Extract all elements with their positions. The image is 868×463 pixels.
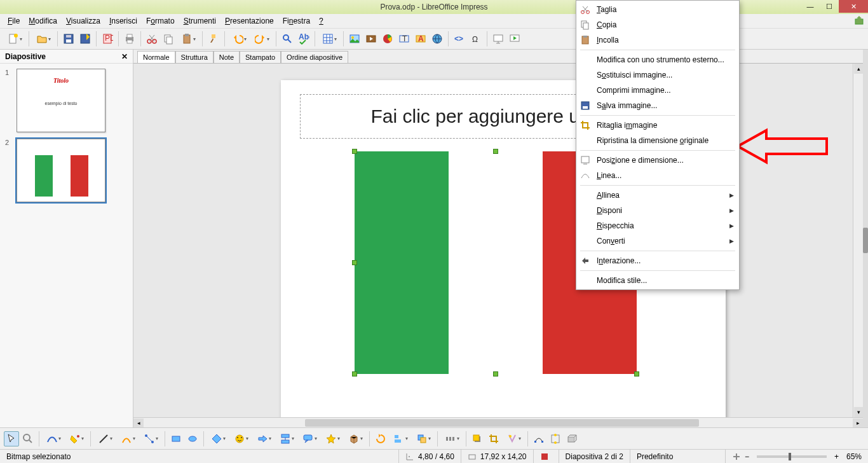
symbol-shapes-icon[interactable]: ▾ <box>230 431 252 446</box>
ctx-original-size[interactable]: Ripristina la dimensione originale <box>576 133 739 148</box>
distribute-icon[interactable]: ▾ <box>441 431 463 446</box>
flowchart-icon[interactable]: ▾ <box>276 431 297 446</box>
minimize-button[interactable]: — <box>801 0 820 13</box>
copy-icon[interactable] <box>161 31 176 46</box>
chart-icon[interactable] <box>380 31 395 46</box>
menu-inserisci[interactable]: Inserisci <box>105 15 141 27</box>
rotate-icon[interactable] <box>373 431 388 446</box>
slideshow-start-icon[interactable] <box>507 31 522 46</box>
export-pdf-icon[interactable]: PDF <box>100 31 115 46</box>
right-splitter[interactable] <box>863 50 868 427</box>
resize-handle[interactable] <box>493 149 498 154</box>
cut-icon[interactable] <box>144 31 159 46</box>
print-icon[interactable] <box>122 31 137 46</box>
close-panel-icon[interactable]: ✕ <box>121 52 128 61</box>
slideshow-icon[interactable] <box>491 31 506 46</box>
undo-icon[interactable]: ▾ <box>228 31 250 46</box>
basic-shapes-icon[interactable]: ▾ <box>207 431 229 446</box>
tab-stampato[interactable]: Stampato <box>240 51 281 63</box>
callouts-icon[interactable]: ▾ <box>299 431 320 446</box>
tab-ordine[interactable]: Ordine diapositive <box>281 51 348 63</box>
maximize-button[interactable]: ☐ <box>820 0 839 13</box>
menu-strumenti[interactable]: Strumenti <box>180 15 220 27</box>
resize-handle[interactable] <box>493 371 498 377</box>
shadow-icon[interactable] <box>470 431 485 446</box>
points-icon[interactable] <box>531 431 546 446</box>
pointer-icon[interactable] <box>4 431 19 446</box>
textbox-icon[interactable]: T <box>397 31 412 46</box>
save-as-icon[interactable] <box>78 31 93 46</box>
spellcheck-icon[interactable]: Abc <box>296 31 311 46</box>
save-icon[interactable] <box>61 31 76 46</box>
arrange-icon[interactable]: ▾ <box>412 431 434 446</box>
resize-handle[interactable] <box>634 371 639 377</box>
line-color-icon[interactable]: ▾ <box>43 431 64 446</box>
line-tool-icon[interactable]: ▾ <box>94 431 116 446</box>
connector-icon[interactable]: ▾ <box>140 431 161 446</box>
menu-file[interactable]: File <box>4 15 24 27</box>
ctx-copy[interactable]: Copia <box>576 17 739 32</box>
zoom-slider[interactable] <box>757 455 827 458</box>
table-icon[interactable]: ▾ <box>318 31 340 46</box>
ctx-edit-style[interactable]: Modifica stile... <box>576 273 739 288</box>
ctx-mirror[interactable]: Rispecchia▶ <box>576 218 739 233</box>
glue-points-icon[interactable] <box>548 431 563 446</box>
tab-note[interactable]: Note <box>214 51 240 63</box>
ctx-edit-external[interactable]: Modifica con uno strumento esterno... <box>576 52 739 67</box>
hyperlink-icon[interactable] <box>430 31 445 46</box>
stars-icon[interactable]: ▾ <box>322 431 343 446</box>
crop-tool-icon[interactable] <box>486 431 501 446</box>
special-char-icon[interactable]: Ω <box>468 31 484 46</box>
zoom-icon[interactable] <box>20 431 36 446</box>
ctx-replace-image[interactable]: Sostituisci immagine... <box>576 67 739 83</box>
extrusion-icon[interactable] <box>564 431 580 446</box>
resize-handle[interactable] <box>352 371 357 377</box>
ctx-line[interactable]: Linea... <box>576 168 739 183</box>
block-arrows-icon[interactable]: ▾ <box>253 431 275 446</box>
vertical-scrollbar[interactable]: ▴▾ <box>853 64 863 417</box>
fontwork-icon[interactable]: A <box>413 31 428 46</box>
ctx-convert[interactable]: Converti▶ <box>576 233 739 249</box>
find-replace-icon[interactable] <box>280 31 295 46</box>
slide-thumb-1[interactable]: 1 Titolo esempio di testo <box>5 69 128 132</box>
fill-color-icon[interactable]: ▾ <box>65 431 87 446</box>
ctx-paste[interactable]: Incolla <box>576 32 739 48</box>
ctx-save-image[interactable]: Salva immagine... <box>576 98 739 113</box>
resize-handle[interactable] <box>352 260 357 265</box>
canvas-area[interactable]: Fai clic per aggiungere un titolo ▴▾ <box>133 64 863 417</box>
ctx-position-size[interactable]: Posizione e dimensione... <box>576 153 739 168</box>
paste-icon[interactable]: ▾ <box>177 31 199 46</box>
zoom-controls[interactable]: − + 65% <box>726 450 868 463</box>
menu-visualizza[interactable]: Visualizza <box>62 15 104 27</box>
ctx-cut[interactable]: Taglia <box>576 2 739 17</box>
horizontal-scrollbar[interactable]: ◂▸ <box>133 417 863 427</box>
3d-shapes-icon[interactable]: ▾ <box>344 431 366 446</box>
ctx-interaction[interactable]: Interazione... <box>576 253 739 268</box>
tab-normale[interactable]: Normale <box>137 51 175 63</box>
ctx-arrange[interactable]: Disponi▶ <box>576 203 739 218</box>
filter-icon[interactable]: ▾ <box>503 431 524 446</box>
ctx-crop-image[interactable]: Ritaglia immagine <box>576 118 739 133</box>
menu-finestra[interactable]: Finestra <box>279 15 314 27</box>
resize-handle[interactable] <box>352 149 357 154</box>
ellipse-icon[interactable] <box>185 431 200 446</box>
image-icon[interactable] <box>347 31 362 46</box>
ctx-compress-image[interactable]: Comprimi immagine... <box>576 83 739 98</box>
close-button[interactable]: ✕ <box>839 0 868 13</box>
format-paintbrush-icon[interactable] <box>206 31 221 46</box>
curve-tool-icon[interactable]: ▾ <box>117 431 139 446</box>
menu-presentazione[interactable]: Presentazione <box>221 15 278 27</box>
tab-struttura[interactable]: Struttura <box>175 51 214 63</box>
redo-icon[interactable]: ▾ <box>251 31 273 46</box>
slide-thumb-2[interactable]: 2 <box>5 139 128 202</box>
menu-modifica[interactable]: Modifica <box>25 15 61 27</box>
update-icon[interactable] <box>854 15 865 27</box>
rect-icon[interactable] <box>168 431 184 446</box>
open-icon[interactable]: ▾ <box>32 31 54 46</box>
new-doc-icon[interactable]: ▾ <box>4 31 25 46</box>
align-icon[interactable]: ▾ <box>390 431 411 446</box>
menu-help[interactable]: ? <box>315 15 327 27</box>
media-icon[interactable] <box>363 31 379 46</box>
ctx-align[interactable]: Allinea▶ <box>576 188 739 203</box>
menu-formato[interactable]: Formato <box>142 15 179 27</box>
